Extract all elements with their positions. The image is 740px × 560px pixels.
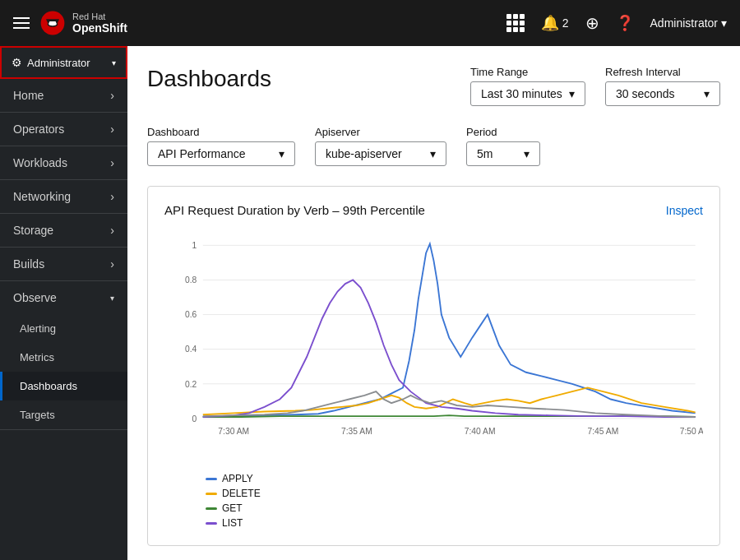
chevron-right-icon: ›	[110, 89, 114, 102]
sidebar-item-networking[interactable]: Networking ›	[0, 180, 127, 214]
svg-text:7:45 AM: 7:45 AM	[587, 427, 618, 436]
brand-text: Red Hat OpenShift	[72, 12, 127, 35]
sidebar-item-observe[interactable]: Observe ▾	[0, 281, 127, 314]
plus-icon: ⊕	[585, 13, 599, 33]
chart-legend: APPLY DELETE GET LIST	[206, 473, 703, 529]
legend-item-apply: APPLY	[206, 473, 703, 484]
admin-menu[interactable]: Administrator ▾	[650, 16, 727, 30]
period-caret-icon: ▾	[524, 147, 530, 160]
period-filter-group: Period 5m ▾	[466, 126, 540, 166]
notification-badge: 2	[562, 16, 569, 30]
top-navbar: Red Hat OpenShift 🔔 2 ⊕ ❓ Administrator …	[0, 0, 740, 46]
svg-text:0.8: 0.8	[185, 275, 197, 285]
help-button[interactable]: ❓	[616, 14, 634, 32]
dashboard-filter-group: Dashboard API Performance ▾	[147, 126, 295, 166]
svg-text:0.4: 0.4	[185, 345, 197, 354]
admin-switcher[interactable]: ⚙ Administrator ▾	[0, 46, 127, 79]
period-filter-label: Period	[466, 126, 540, 138]
app-layout: ⚙ Administrator ▾ Home › Operators › Wor…	[0, 46, 740, 560]
observe-caret-icon: ▾	[110, 294, 114, 303]
svg-text:7:40 AM: 7:40 AM	[465, 427, 496, 436]
gear-icon: ⚙	[12, 56, 22, 69]
time-range-caret-icon: ▾	[569, 87, 575, 100]
period-filter-select[interactable]: 5m ▾	[466, 141, 540, 166]
sidebar-item-workloads[interactable]: Workloads ›	[0, 146, 127, 180]
refresh-interval-select[interactable]: 30 seconds ▾	[605, 81, 720, 106]
hamburger-menu[interactable]	[13, 14, 30, 32]
main-content: Dashboards Time Range Last 30 minutes ▾ …	[127, 46, 740, 560]
page-header: Dashboards Time Range Last 30 minutes ▾ …	[147, 66, 720, 106]
chevron-right-icon: ›	[110, 224, 114, 237]
svg-text:0.6: 0.6	[185, 310, 197, 319]
observe-section: Observe ▾ Alerting Metrics Dashboards Ta…	[0, 281, 127, 430]
list-color-swatch	[206, 522, 217, 525]
get-color-swatch	[206, 507, 217, 510]
refresh-interval-label: Refresh Interval	[605, 66, 720, 78]
svg-text:7:35 AM: 7:35 AM	[341, 427, 372, 436]
filter-row: Dashboard API Performance ▾ Apiserver ku…	[147, 126, 720, 166]
bell-icon: 🔔	[541, 14, 559, 32]
dashboard-caret-icon: ▾	[279, 147, 284, 160]
svg-text:7:50 AM: 7:50 AM	[680, 427, 703, 436]
chevron-right-icon: ›	[110, 156, 114, 169]
chart-title: API Request Duration by Verb – 99th Perc…	[164, 203, 425, 217]
chart-svg: 1 0.8 0.6 0.4 0.2 0 7:30 AM 7:35 AM 7:40…	[164, 230, 703, 460]
legend-item-get: GET	[206, 502, 703, 514]
delete-color-swatch	[206, 493, 217, 495]
grid-launcher-button[interactable]	[506, 14, 525, 32]
admin-switcher-caret-icon: ▾	[112, 58, 116, 67]
help-icon: ❓	[616, 14, 634, 32]
page-title: Dashboards	[147, 66, 271, 92]
grid-icon	[506, 14, 525, 32]
notifications-button[interactable]: 🔔 2	[541, 14, 569, 32]
dashboard-filter-select[interactable]: API Performance ▾	[147, 141, 295, 166]
sidebar: ⚙ Administrator ▾ Home › Operators › Wor…	[0, 46, 127, 560]
sidebar-item-operators[interactable]: Operators ›	[0, 113, 127, 146]
apiserver-filter-select[interactable]: kube-apiserver ▾	[315, 141, 446, 166]
apiserver-caret-icon: ▾	[430, 147, 436, 160]
chart-header: API Request Duration by Verb – 99th Perc…	[164, 203, 703, 217]
time-range-label: Time Range	[470, 66, 585, 78]
legend-item-list: LIST	[206, 517, 703, 529]
sidebar-item-metrics[interactable]: Metrics	[0, 343, 127, 372]
time-range-control: Time Range Last 30 minutes ▾	[470, 66, 585, 106]
chart-container: 1 0.8 0.6 0.4 0.2 0 7:30 AM 7:35 AM 7:40…	[164, 230, 703, 529]
sidebar-item-dashboards[interactable]: Dashboards	[0, 372, 127, 400]
inspect-link[interactable]: Inspect	[666, 204, 703, 217]
chevron-right-icon: ›	[110, 123, 114, 136]
chevron-right-icon: ›	[110, 190, 114, 203]
time-range-select[interactable]: Last 30 minutes ▾	[470, 81, 585, 106]
admin-caret-icon: ▾	[721, 16, 727, 30]
navbar-icons: 🔔 2 ⊕ ❓ Administrator ▾	[506, 13, 727, 33]
refresh-interval-caret-icon: ▾	[704, 87, 710, 100]
sidebar-item-builds[interactable]: Builds ›	[0, 248, 127, 281]
refresh-interval-control: Refresh Interval 30 seconds ▾	[605, 66, 720, 106]
apiserver-filter-label: Apiserver	[315, 126, 446, 138]
time-controls: Time Range Last 30 minutes ▾ Refresh Int…	[470, 66, 720, 106]
dashboard-filter-label: Dashboard	[147, 126, 295, 138]
legend-item-delete: DELETE	[206, 488, 703, 499]
chart-card: API Request Duration by Verb – 99th Perc…	[147, 186, 720, 546]
svg-text:0: 0	[192, 414, 197, 423]
sidebar-item-targets[interactable]: Targets	[0, 400, 127, 429]
sidebar-item-storage[interactable]: Storage ›	[0, 214, 127, 248]
redhat-logo	[39, 10, 66, 36]
admin-switcher-label: Administrator	[27, 57, 107, 69]
chevron-right-icon: ›	[110, 257, 114, 271]
brand: Red Hat OpenShift	[39, 10, 497, 36]
svg-text:0.2: 0.2	[185, 380, 197, 389]
svg-text:7:30 AM: 7:30 AM	[218, 427, 249, 436]
svg-text:1: 1	[192, 241, 197, 250]
apply-color-swatch	[206, 478, 217, 480]
add-button[interactable]: ⊕	[585, 13, 599, 33]
apiserver-filter-group: Apiserver kube-apiserver ▾	[315, 126, 446, 166]
sidebar-item-alerting[interactable]: Alerting	[0, 314, 127, 343]
sidebar-item-home[interactable]: Home ›	[0, 79, 127, 113]
